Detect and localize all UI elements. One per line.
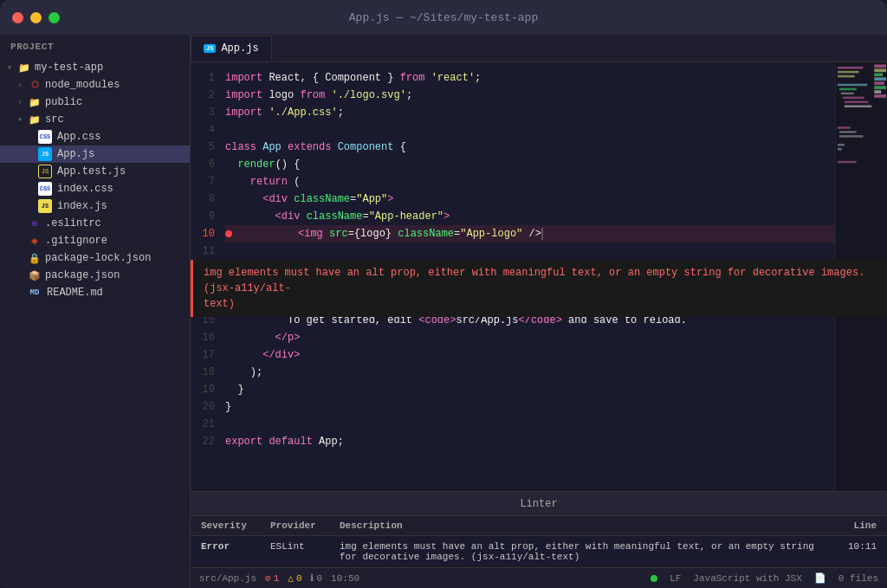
code-line-6: render() { xyxy=(225,156,835,173)
tree-label: App.css xyxy=(57,131,100,143)
status-left: src/App.js ⊘ 1 △ 0 ℹ 0 10:50 xyxy=(199,572,359,584)
maximize-button[interactable] xyxy=(49,12,60,23)
tree-item-app-test-js[interactable]: JS App.test.js xyxy=(0,163,190,180)
eslint-icon: ⊙ xyxy=(28,216,42,230)
line-num-18: 18 xyxy=(191,364,215,381)
appjs-icon: JS xyxy=(38,147,52,161)
tree-item-app-js[interactable]: JS App.js xyxy=(0,145,190,163)
error-tooltip-text: img elements must have an alt prop, eith… xyxy=(204,267,864,310)
line-num-2: 2 xyxy=(191,87,215,104)
tree-item-index-js[interactable]: JS index.js xyxy=(0,197,190,215)
tab-bar: JS App.js xyxy=(191,35,887,62)
linter-panel-header: Linter xyxy=(191,492,887,516)
editor-area: JS App.js img elements must have an alt … xyxy=(191,35,887,588)
status-bar: src/App.js ⊘ 1 △ 0 ℹ 0 10:50 xyxy=(191,567,887,588)
tab-icon: JS xyxy=(204,44,216,53)
error-count: 1 xyxy=(274,573,280,584)
tree-item-my-test-app[interactable]: ▾ 📁 my-test-app xyxy=(0,59,190,76)
tab-label: App.js xyxy=(221,42,258,55)
code-line-5: class App extends Component { xyxy=(225,139,835,156)
tree-item-package-json[interactable]: 📦 package.json xyxy=(0,267,190,284)
tree-item-readme[interactable]: MD README.md xyxy=(0,284,190,301)
linter-severity: Error xyxy=(191,536,260,568)
tree-item-gitignore[interactable]: ◈ .gitignore xyxy=(0,232,190,249)
md-icon: MD xyxy=(28,286,42,300)
npm-icon: ⬡ xyxy=(28,78,42,92)
folder-icon: 📁 xyxy=(17,61,31,74)
error-tooltip: img elements must have an alt prop, eith… xyxy=(191,260,887,317)
app-window: App.js — ~/Sites/my-test-app Project ▾ 📁… xyxy=(0,0,887,588)
code-line-9: <div className="App-header"> xyxy=(225,208,835,225)
svg-rect-4 xyxy=(839,88,857,90)
status-dot-green xyxy=(651,575,657,582)
code-line-21 xyxy=(225,416,835,433)
code-line-2: import logo from './logo.svg'; xyxy=(225,87,835,104)
tree-item-eslintrc[interactable]: ⊙ .eslintrc xyxy=(0,215,190,232)
css-icon: CSS xyxy=(38,130,52,144)
linter-col-severity: Severity xyxy=(191,516,260,536)
tree-label: App.js xyxy=(57,148,94,160)
line-num-5: 5 xyxy=(191,139,215,156)
svg-rect-16 xyxy=(874,68,886,72)
window-title: App.js — ~/Sites/my-test-app xyxy=(349,11,538,24)
file-tree: ▾ 📁 my-test-app › ⬡ node_modules › 📁 pub… xyxy=(0,59,190,588)
tree-arrow: ▾ xyxy=(7,62,17,73)
linter-row-0[interactable]: Error ESLint img elements must have an a… xyxy=(191,536,887,568)
code-line-19: } xyxy=(225,381,835,398)
svg-rect-14 xyxy=(838,161,857,163)
status-lf: LF xyxy=(670,573,681,584)
css-icon: CSS xyxy=(38,182,52,196)
tree-arrow: ▾ xyxy=(17,114,28,125)
tree-label: .gitignore xyxy=(45,235,107,247)
code-line-17: </div> xyxy=(225,346,835,364)
tree-label: index.css xyxy=(57,183,113,195)
tree-item-src[interactable]: ▾ 📁 src xyxy=(0,111,190,128)
tree-label: package.json xyxy=(45,269,120,281)
status-info: ℹ 0 xyxy=(310,572,322,584)
git-icon: ◈ xyxy=(28,234,42,248)
tree-label: package-lock.json xyxy=(45,252,151,264)
lock-icon: 🔒 xyxy=(28,251,42,265)
js-icon: JS xyxy=(38,199,52,213)
line-num-9: 9 xyxy=(191,208,215,225)
main-layout: Project ▾ 📁 my-test-app › ⬡ node_modules… xyxy=(0,35,887,588)
svg-rect-3 xyxy=(838,84,867,86)
tree-label: App.test.js xyxy=(57,165,126,178)
tab-app-js[interactable]: JS App.js xyxy=(191,36,272,61)
linter-line: 10:11 xyxy=(835,536,887,568)
code-line-8: <div className="App"> xyxy=(225,191,835,208)
tree-item-app-css[interactable]: CSS App.css xyxy=(0,128,190,145)
tree-arrow: › xyxy=(17,81,28,90)
tree-item-package-lock[interactable]: 🔒 package-lock.json xyxy=(0,249,190,267)
svg-rect-20 xyxy=(874,86,886,89)
tree-label: my-test-app xyxy=(35,61,103,74)
status-errors: ⊘ 1 xyxy=(265,572,279,584)
info-icon: ℹ xyxy=(310,572,314,584)
line-num-8: 8 xyxy=(191,191,215,208)
sidebar-header: Project xyxy=(0,35,190,59)
minimize-button[interactable] xyxy=(30,12,42,23)
svg-rect-15 xyxy=(874,64,886,68)
tree-item-index-css[interactable]: CSS index.css xyxy=(0,180,190,197)
tree-arrow: › xyxy=(17,98,28,107)
status-files-icon: 📄 xyxy=(814,572,826,584)
svg-rect-1 xyxy=(838,71,859,73)
tree-item-node-modules[interactable]: › ⬡ node_modules xyxy=(0,76,190,94)
folder-icon: 📁 xyxy=(28,95,42,109)
tree-label: index.js xyxy=(57,200,107,212)
status-warnings: △ 0 xyxy=(288,572,301,584)
code-line-18: ); xyxy=(225,364,835,381)
svg-rect-10 xyxy=(839,131,857,132)
svg-rect-12 xyxy=(838,144,845,145)
pkg-icon: 📦 xyxy=(28,268,42,282)
svg-rect-19 xyxy=(874,81,884,85)
code-line-3: import './App.css'; xyxy=(225,104,835,121)
code-line-16: </p> xyxy=(225,329,835,346)
close-button[interactable] xyxy=(12,12,23,23)
linter-col-provider: Provider xyxy=(260,516,329,536)
line-num-6: 6 xyxy=(191,156,215,173)
tree-item-public[interactable]: › 📁 public xyxy=(0,94,190,111)
titlebar: App.js — ~/Sites/my-test-app xyxy=(0,0,887,35)
line-num-17: 17 xyxy=(191,346,215,364)
line-num-16: 16 xyxy=(191,329,215,346)
